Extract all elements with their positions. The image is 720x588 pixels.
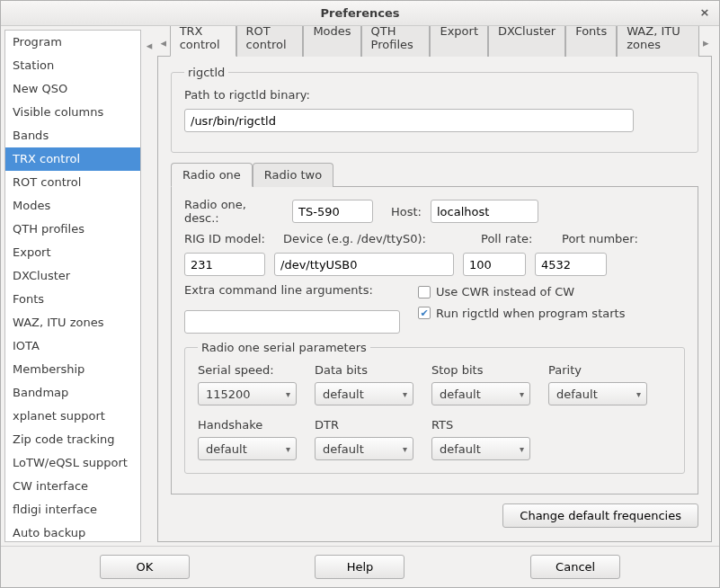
preferences-window: Preferences × ProgramStationNew QSOVisib… <box>0 0 720 588</box>
rts-label: RTS <box>431 418 530 432</box>
port-input[interactable] <box>535 253 607 276</box>
run-rigctld-label: Run rigctld when program starts <box>436 307 625 320</box>
chevron-down-icon: ▾ <box>520 389 524 399</box>
sidebar-item-program[interactable]: Program <box>5 31 140 54</box>
rigctld-path-input[interactable] <box>184 109 634 132</box>
chevron-down-icon: ▾ <box>636 389 641 399</box>
rts-select[interactable]: default▾ <box>431 437 530 460</box>
serial-params-group: Radio one serial parameters Serial speed… <box>184 341 685 474</box>
sidebar-item-bandmap[interactable]: Bandmap <box>5 381 140 405</box>
databits-label: Data bits <box>315 363 413 377</box>
rigid-input[interactable] <box>184 253 265 276</box>
sidebar-item-lotw-eqsl-support[interactable]: LoTW/eQSL support <box>5 451 140 475</box>
chevron-down-icon: ▾ <box>520 444 524 454</box>
tab-fonts[interactable]: Fonts <box>565 26 617 57</box>
dtr-label: DTR <box>315 418 413 432</box>
parity-select[interactable]: default▾ <box>548 382 647 405</box>
sidebar-collapse-icon[interactable]: ◂ <box>141 26 157 546</box>
tab-modes[interactable]: Modes <box>303 26 360 57</box>
stopbits-label: Stop bits <box>431 363 530 377</box>
sidebar-item-bands[interactable]: Bands <box>5 124 140 147</box>
dialog-footer: OK Help Cancel <box>1 546 719 587</box>
device-input[interactable] <box>274 253 454 276</box>
sidebar-item-trx-control[interactable]: TRX control <box>5 147 140 171</box>
sidebar-item-auto-backup[interactable]: Auto backup <box>5 521 140 542</box>
cancel-button[interactable]: Cancel <box>530 555 620 579</box>
extra-args-label: Extra command line arguments: <box>184 283 373 297</box>
sidebar-item-xplanet-support[interactable]: xplanet support <box>5 405 140 428</box>
tab-radio-one[interactable]: Radio one <box>171 163 253 187</box>
change-default-frequencies-button[interactable]: Change default frequencies <box>502 503 698 528</box>
sidebar-item-waz-itu-zones[interactable]: WAZ, ITU zones <box>5 311 140 334</box>
sidebar-item-modes[interactable]: Modes <box>5 194 140 218</box>
radio-one-fields: Radio one, desc.: Host: RIG ID model: De… <box>184 198 685 483</box>
help-button[interactable]: Help <box>315 555 404 579</box>
port-label: Port number: <box>562 232 638 245</box>
serial-speed-select[interactable]: 115200▾ <box>198 382 297 405</box>
dtr-select[interactable]: default▾ <box>315 437 413 460</box>
extra-args-input[interactable] <box>184 310 400 334</box>
chevron-down-icon: ▾ <box>403 389 407 399</box>
main-panel: ◂ TRX controlROT controlModesQTH Profile… <box>157 26 719 546</box>
serial-speed-label: Serial speed: <box>198 363 297 377</box>
stopbits-select[interactable]: default▾ <box>431 382 530 405</box>
ok-button[interactable]: OK <box>100 555 190 579</box>
tab-scroll-right-icon[interactable]: ▸ <box>699 36 712 49</box>
titlebar: Preferences × <box>1 1 719 26</box>
poll-input[interactable] <box>463 253 526 276</box>
sidebar-item-dxcluster[interactable]: DXCluster <box>5 264 140 288</box>
rigctld-group: rigctld Path to rigctld binary: <box>171 66 698 153</box>
radio-desc-input[interactable] <box>292 200 373 223</box>
sidebar-item-new-qso[interactable]: New QSO <box>5 77 140 101</box>
use-cwr-label: Use CWR instead of CW <box>436 285 574 298</box>
tab-export[interactable]: Export <box>430 26 488 57</box>
use-cwr-checkbox[interactable]: Use CWR instead of CW <box>418 285 574 298</box>
rigctld-legend: rigctld <box>184 66 228 79</box>
radio-one-page: Radio one, desc.: Host: RIG ID model: De… <box>171 187 698 494</box>
parity-label: Parity <box>548 363 647 377</box>
sidebar-item-membership[interactable]: Membership <box>5 358 140 381</box>
tab-dxcluster[interactable]: DXCluster <box>488 26 565 57</box>
handshake-select[interactable]: default▾ <box>198 437 297 460</box>
sidebar-item-cw-interface[interactable]: CW interface <box>5 475 140 498</box>
radio-tabbar: Radio oneRadio two <box>171 162 698 187</box>
databits-select[interactable]: default▾ <box>315 382 413 405</box>
sidebar-item-station[interactable]: Station <box>5 54 140 77</box>
device-label: Device (e.g. /dev/ttyS0): <box>283 232 472 245</box>
run-rigctld-checkbox[interactable]: ✔ Run rigctld when program starts <box>418 307 625 320</box>
window-body: ProgramStationNew QSOVisible columnsBand… <box>1 26 719 546</box>
radio-host-label: Host: <box>391 205 422 218</box>
radio-desc-label: Radio one, desc.: <box>184 198 283 225</box>
tab-qth-profiles[interactable]: QTH Profiles <box>361 26 431 57</box>
tab-trx-control[interactable]: TRX control <box>170 26 236 57</box>
sidebar-item-fldigi-interface[interactable]: fldigi interface <box>5 498 140 521</box>
close-icon[interactable]: × <box>698 5 712 20</box>
top-tabbar: ◂ TRX controlROT controlModesQTH Profile… <box>157 30 712 57</box>
sidebar-item-iota[interactable]: IOTA <box>5 334 140 358</box>
sidebar-item-qth-profiles[interactable]: QTH profiles <box>5 218 140 241</box>
sidebar-item-export[interactable]: Export <box>5 241 140 264</box>
serial-params-legend: Radio one serial parameters <box>198 341 370 354</box>
tab-page-trx-control: rigctld Path to rigctld binary: Radio on… <box>157 57 712 542</box>
sidebar-item-visible-columns[interactable]: Visible columns <box>5 101 140 124</box>
sidebar-item-rot-control[interactable]: ROT control <box>5 171 140 194</box>
rigctld-path-label: Path to rigctld binary: <box>184 88 310 102</box>
tab-scroll-left-icon[interactable]: ◂ <box>157 36 170 49</box>
chevron-down-icon: ▾ <box>403 444 407 454</box>
sidebar-item-fonts[interactable]: Fonts <box>5 288 140 311</box>
tab-radio-two[interactable]: Radio two <box>253 163 333 187</box>
tab-rot-control[interactable]: ROT control <box>236 26 304 57</box>
poll-label: Poll rate: <box>481 232 553 245</box>
chevron-down-icon: ▾ <box>286 389 290 399</box>
sidebar-item-zip-code-tracking[interactable]: Zip code tracking <box>5 428 140 451</box>
tab-waz-itu-zones[interactable]: WAZ, ITU zones <box>617 26 699 57</box>
chevron-down-icon: ▾ <box>286 444 290 454</box>
sidebar[interactable]: ProgramStationNew QSOVisible columnsBand… <box>4 30 141 542</box>
radio-host-input[interactable] <box>431 200 538 223</box>
window-title: Preferences <box>321 6 400 20</box>
rigid-label: RIG ID model: <box>184 232 274 245</box>
handshake-label: Handshake <box>198 418 297 432</box>
